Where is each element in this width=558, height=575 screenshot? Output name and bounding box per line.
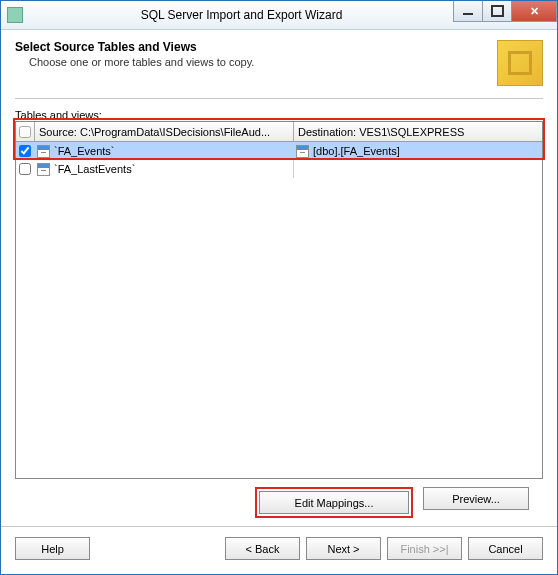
cancel-button[interactable]: Cancel <box>468 537 543 560</box>
titlebar[interactable]: SQL Server Import and Export Wizard <box>1 1 557 30</box>
edit-mappings-button[interactable]: Edit Mappings... <box>259 491 409 514</box>
page-subtitle: Choose one or more tables and views to c… <box>29 56 497 68</box>
tables-label: Tables and views: <box>15 109 543 121</box>
page-title: Select Source Tables and Views <box>15 40 497 54</box>
row-checkbox[interactable] <box>19 145 31 157</box>
table-icon <box>37 145 50 158</box>
wizard-header: Select Source Tables and Views Choose on… <box>1 30 557 92</box>
window-buttons <box>454 1 557 29</box>
column-headers: Source: C:\ProgramData\ISDecisions\FileA… <box>16 122 542 142</box>
header-source[interactable]: Source: C:\ProgramData\ISDecisions\FileA… <box>35 122 294 141</box>
maximize-button[interactable] <box>482 1 512 22</box>
wizard-footer: Help < Back Next > Finish >>| Cancel <box>1 527 557 574</box>
back-button[interactable]: < Back <box>225 537 300 560</box>
row-checkbox[interactable] <box>19 163 31 175</box>
row-source: `FA_Events` <box>54 145 115 157</box>
edit-mappings-highlight: Edit Mappings... <box>255 487 413 518</box>
check-all-checkbox[interactable] <box>19 126 31 138</box>
header-check-all[interactable] <box>16 122 35 141</box>
main-area: Tables and views: Source: C:\ProgramData… <box>1 99 557 526</box>
next-button[interactable]: Next > <box>306 537 381 560</box>
content-area: Select Source Tables and Views Choose on… <box>1 30 557 574</box>
tables-grid: Source: C:\ProgramData\ISDecisions\FileA… <box>15 121 543 479</box>
grid-body: `FA_Events` [dbo].[FA_Events] `FA_LastEv… <box>16 142 542 478</box>
app-icon <box>7 7 23 23</box>
wizard-icon <box>497 40 543 86</box>
grid-buttons: Edit Mappings... Preview... <box>15 479 543 526</box>
header-destination[interactable]: Destination: VES1\SQLEXPRESS <box>294 122 542 141</box>
window-title: SQL Server Import and Export Wizard <box>29 8 454 22</box>
table-row[interactable]: `FA_LastEvents` <box>16 160 542 178</box>
row-source: `FA_LastEvents` <box>54 163 135 175</box>
window-frame: SQL Server Import and Export Wizard Sele… <box>0 0 558 575</box>
row-dest: [dbo].[FA_Events] <box>313 145 400 157</box>
minimize-button[interactable] <box>453 1 483 22</box>
preview-button[interactable]: Preview... <box>423 487 529 510</box>
finish-button: Finish >>| <box>387 537 462 560</box>
close-button[interactable] <box>511 1 557 22</box>
table-icon <box>37 163 50 176</box>
table-row[interactable]: `FA_Events` [dbo].[FA_Events] <box>16 142 542 160</box>
table-icon <box>296 145 309 158</box>
help-button[interactable]: Help <box>15 537 90 560</box>
